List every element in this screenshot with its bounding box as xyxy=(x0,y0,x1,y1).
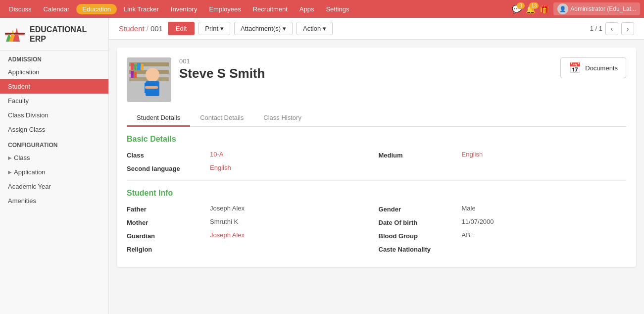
caste-value xyxy=(462,245,627,253)
religion-value xyxy=(210,245,375,253)
nav-calendar[interactable]: Calendar xyxy=(39,3,75,15)
content-topbar: Student / 001 Edit Print ▾ Attachment(s)… xyxy=(109,18,644,40)
tabs: Student Details Contact Details Class Hi… xyxy=(127,110,626,127)
breadcrumb-parent[interactable]: Student xyxy=(119,24,145,33)
calendar-icon: 📅 xyxy=(569,62,581,74)
documents-button[interactable]: 📅 Documents xyxy=(560,57,626,78)
medium-value[interactable]: English xyxy=(462,151,627,159)
breadcrumb: Student / 001 xyxy=(119,24,163,33)
print-label: Print xyxy=(205,25,218,32)
arrow-icon: ▶ xyxy=(8,155,12,160)
messages-icon[interactable]: 💬 3 xyxy=(512,4,522,14)
sidebar-section-configuration: Configuration xyxy=(0,137,108,151)
logo-text-line2: ERP xyxy=(30,34,87,44)
guardian-value[interactable]: Joseph Alex xyxy=(210,231,375,240)
nav-discuss[interactable]: Discuss xyxy=(4,3,37,15)
nav-inventory[interactable]: Inventory xyxy=(166,3,202,15)
action-label: Action xyxy=(303,25,321,32)
print-chevron-icon: ▾ xyxy=(220,25,224,32)
sidebar-item-class-division[interactable]: Class Division xyxy=(0,108,108,122)
second-lang-value[interactable]: English xyxy=(210,164,375,172)
messages-badge: 3 xyxy=(517,2,525,9)
notifications-icon[interactable]: 🔔 13 xyxy=(526,4,536,14)
pagination: 1 / 1 ‹ › xyxy=(590,22,634,35)
blood-group-value: AB+ xyxy=(462,231,627,240)
sidebar-item-application[interactable]: Application xyxy=(0,65,108,79)
svg-point-16 xyxy=(146,68,159,82)
sidebar-item-faculty[interactable]: Faculty xyxy=(0,94,108,108)
svg-rect-20 xyxy=(145,86,158,89)
svg-rect-13 xyxy=(141,64,144,70)
print-button[interactable]: Print ▾ xyxy=(198,22,230,35)
dob-value: 11/07/2000 xyxy=(462,218,627,226)
sidebar-item-amenities[interactable]: Amenities xyxy=(0,194,108,208)
documents-label: Documents xyxy=(585,64,618,72)
class-label: Class xyxy=(127,151,206,159)
svg-rect-14 xyxy=(131,71,134,78)
toolbar: Edit Print ▾ Attachment(s) ▾ Action ▾ xyxy=(168,22,585,35)
sidebar-item-academic-year[interactable]: Academic Year xyxy=(0,179,108,194)
attachments-chevron-icon: ▾ xyxy=(283,25,286,32)
tab-contact-details[interactable]: Contact Details xyxy=(190,110,253,127)
caste-label: Caste Nationality xyxy=(379,245,458,253)
svg-rect-11 xyxy=(134,64,137,70)
gender-value: Male xyxy=(462,205,627,213)
student-card: 001 Steve S Smith 📅 Documents Student De… xyxy=(117,48,636,267)
nav-linktracker[interactable]: Link Tracker xyxy=(119,3,164,15)
second-lang-label: Second language xyxy=(127,164,206,172)
student-info-grid: Father Joseph Alex Gender Male Mother Sm… xyxy=(127,205,626,253)
mother-label: Mother xyxy=(127,218,206,226)
logo-text-line1: EDUCATIONAL xyxy=(30,25,87,34)
student-info-title: Student Info xyxy=(127,189,626,198)
sidebar-section-admission: Admission xyxy=(0,51,108,65)
nav-right: 💬 3 🔔 13 🎁 👤 Administrator (Edu_Lat... xyxy=(512,2,640,15)
admin-menu[interactable]: 👤 Administrator (Edu_Lat... xyxy=(553,2,640,15)
svg-rect-10 xyxy=(131,63,134,70)
mother-value: Smruthi K xyxy=(210,218,375,226)
religion-label: Religion xyxy=(127,245,206,253)
father-value: Joseph Alex xyxy=(210,205,375,213)
nav-apps[interactable]: Apps xyxy=(295,3,319,15)
logo: EDUCATIONAL ERP xyxy=(0,18,108,51)
student-name-block: 001 Steve S Smith xyxy=(179,57,552,81)
blood-group-label: Blood Group xyxy=(379,231,458,240)
avatar: 👤 xyxy=(557,3,568,14)
gift-icon[interactable]: 🎁 xyxy=(540,4,549,14)
class-value[interactable]: 10-A xyxy=(210,151,375,159)
tab-student-details[interactable]: Student Details xyxy=(127,110,190,127)
action-chevron-icon: ▾ xyxy=(323,25,326,32)
nav-employees[interactable]: Employees xyxy=(204,3,246,15)
guardian-label: Guardian xyxy=(127,231,206,240)
attachments-button[interactable]: Attachment(s) ▾ xyxy=(234,22,293,35)
gender-label: Gender xyxy=(379,205,458,213)
action-button[interactable]: Action ▾ xyxy=(297,22,333,35)
dob-label: Date Of birth xyxy=(379,218,458,226)
tab-class-history[interactable]: Class History xyxy=(253,110,311,127)
basic-details-grid: Class 10-A Medium English Second languag… xyxy=(127,151,626,172)
sidebar-item-student[interactable]: Student xyxy=(0,79,108,94)
student-id: 001 xyxy=(179,57,552,65)
sidebar: EDUCATIONAL ERP Admission Application St… xyxy=(0,18,109,314)
sidebar-item-class[interactable]: ▶ Class xyxy=(0,151,108,165)
sidebar-item-config-application[interactable]: ▶ Application xyxy=(0,165,108,179)
nav-recruitment[interactable]: Recruitment xyxy=(248,3,293,15)
prev-page-button[interactable]: ‹ xyxy=(605,22,618,35)
logo-icon xyxy=(5,23,28,46)
edit-button[interactable]: Edit xyxy=(168,22,195,35)
arrow-icon-2: ▶ xyxy=(8,169,12,175)
svg-rect-12 xyxy=(137,63,141,70)
sidebar-item-assign-class[interactable]: Assign Class xyxy=(0,122,108,137)
next-page-button[interactable]: › xyxy=(621,22,634,35)
student-header: 001 Steve S Smith 📅 Documents xyxy=(127,57,626,102)
nav-settings[interactable]: Settings xyxy=(321,3,354,15)
sidebar-item-class-label: Class xyxy=(14,154,30,161)
admin-label: Administrator (Edu_Lat... xyxy=(570,5,636,12)
breadcrumb-separator: / xyxy=(147,24,149,33)
breadcrumb-current: 001 xyxy=(150,24,163,33)
medium-label: Medium xyxy=(379,151,458,159)
svg-rect-15 xyxy=(134,72,137,78)
student-photo xyxy=(127,57,171,102)
notifications-badge: 13 xyxy=(529,2,539,9)
section-divider xyxy=(127,180,626,181)
nav-education[interactable]: Education xyxy=(76,4,117,14)
